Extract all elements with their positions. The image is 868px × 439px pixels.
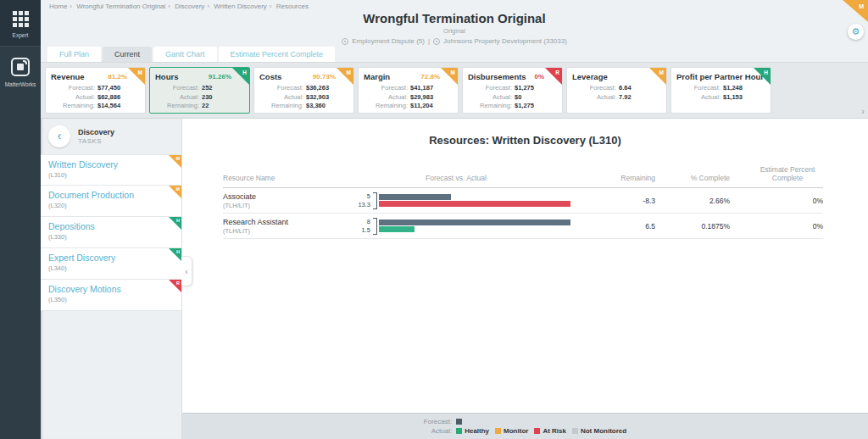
forecast-value: 5	[342, 192, 370, 201]
kpi-metrics: Forecast: $77,450 Actual: $62,886 Remain…	[51, 84, 140, 111]
status-triangle-icon	[441, 68, 458, 85]
collapse-panel-button[interactable]: ‹	[181, 256, 192, 286]
cards-scroll-right-icon[interactable]: ›	[861, 106, 865, 116]
task-item[interactable]: Written Discovery (L310) M	[41, 154, 181, 186]
status-triangle-icon	[232, 68, 249, 85]
tasks-header-text: Discovery TASKS	[78, 128, 114, 145]
task-name: Discovery Motions	[48, 284, 174, 294]
kpi-metric-label: Remaining:	[51, 102, 95, 111]
bars	[379, 218, 570, 234]
task-item[interactable]: Depositions (L330) H	[41, 217, 181, 248]
kpi-metric-value: 252	[202, 84, 244, 93]
kpi-metrics: Forecast: $1,275 Actual: $0 Remaining:	[468, 84, 557, 111]
legend-swatch	[534, 428, 540, 434]
kpi-metric-value: 7.92	[619, 93, 661, 103]
table-row[interactable]: Associate (TLH/LIT) 5 13.3	[223, 188, 823, 214]
kpi-metric-label: Forecast:	[364, 84, 408, 93]
kpi-card[interactable]: Hours 91.26% H Forecast: 252 Actual:	[149, 67, 250, 114]
kpi-metric-label: Forecast:	[155, 84, 199, 93]
kpi-card-percent: 0%	[534, 73, 544, 81]
page-header: Home› Wrongful Termination Original› Dis…	[41, 0, 868, 62]
kpi-metric-row: Actual: 7.92	[572, 93, 661, 103]
forecast-bar	[379, 194, 451, 200]
kpi-metric-value: $0	[515, 93, 557, 103]
apps-grid-icon	[0, 11, 41, 27]
task-item[interactable]: Discovery Motions (L350) R	[41, 280, 181, 311]
col-header-estimate-pct: Estimate Percent Complete	[752, 165, 823, 182]
client-icon	[433, 38, 440, 45]
actual-value: 13.3	[342, 201, 370, 209]
kpi-metric-row: Remaining: $14,564	[51, 102, 140, 111]
plan-tabs: Full Plan Current Gantt Chart Estimate P…	[47, 47, 335, 62]
kpi-card[interactable]: Revenue 81.2% M Forecast: $77,450 Actua	[45, 67, 146, 114]
resource-name-cell: Associate (TLH/LIT)	[223, 192, 342, 209]
breadcrumb-item[interactable]: Home	[49, 3, 67, 10]
tab[interactable]: Estimate Percent Complete	[219, 47, 336, 62]
kpi-metric-row: Actual: $32,903	[259, 93, 348, 103]
task-code: (L330)	[48, 233, 174, 241]
kpi-card[interactable]: Profit per Partner Hour H Forecast: $1,2…	[670, 67, 771, 114]
kpi-metric-value: $77,450	[97, 84, 140, 93]
forecast-legend-label: Forecast:	[424, 418, 452, 425]
forecast-bar	[379, 220, 570, 225]
kpi-card[interactable]: Leverage M Forecast: 6.64 Actual:	[566, 67, 667, 114]
forecast-legend-swatch-row	[456, 419, 626, 425]
task-code: (L340)	[48, 264, 174, 272]
resources-title: Resources: Written Discovery (L310)	[182, 134, 868, 147]
kpi-card-percent: 90.73%	[313, 73, 336, 81]
breadcrumb-item[interactable]: Resources	[276, 3, 309, 10]
rail-item-expert[interactable]: Expert	[0, 0, 41, 46]
legend: Forecast: Actual: Healthy	[424, 418, 626, 435]
page-title: Wrongful Termination Original	[41, 11, 868, 25]
kpi-card[interactable]: Margin 72.8% M Forecast: $41,187 Actual	[358, 67, 459, 114]
rail-item-matterworks[interactable]: MatterWorks	[0, 47, 41, 95]
forecast-vs-actual-cell: 8 1.5	[342, 218, 570, 235]
col-header-remaining: Remaining	[570, 174, 655, 182]
kpi-metric-row: Forecast: $1,248	[676, 84, 765, 93]
table-row[interactable]: Research Assistant (TLH/LIT) 8 1.5	[223, 214, 823, 239]
kpi-metric-label: Actual:	[155, 93, 199, 103]
task-name: Document Production	[48, 190, 174, 200]
breadcrumb-item[interactable]: Written Discovery	[214, 3, 267, 10]
back-button[interactable]: ‹	[48, 125, 70, 147]
kpi-metric-value: $41,187	[410, 84, 453, 93]
kpi-metric-row: Actual: $62,886	[51, 93, 140, 103]
forecast-swatch	[456, 419, 462, 425]
settings-button[interactable]: ⚙	[848, 24, 864, 40]
legend-entry-label: Healthy	[465, 427, 489, 435]
kpi-metric-label: Forecast:	[51, 84, 95, 93]
remaining-cell: 6.5	[570, 222, 655, 231]
forecast-vs-actual-cell: 5 13.3	[342, 192, 570, 209]
chevron-left-icon: ‹	[185, 267, 187, 276]
kpi-metric-value: $1,275	[515, 84, 557, 93]
breadcrumb-separator: ›	[70, 3, 72, 10]
tab[interactable]: Current	[103, 47, 152, 62]
kpi-card[interactable]: Costs 90.73% M Forecast: $36,263 Actual	[253, 67, 354, 114]
kpi-card[interactable]: Disbursements 0% R Forecast: $1,275 Act	[462, 67, 563, 114]
kpi-metric-value: $32,903	[306, 93, 348, 103]
task-item[interactable]: Expert Discovery (L340) H	[41, 248, 181, 280]
resources-table: Resource Name Forecast vs. Actual Remain…	[223, 165, 823, 239]
status-letter: R	[555, 69, 559, 75]
matterworks-logo-icon	[11, 58, 30, 76]
breadcrumb-item[interactable]: Discovery	[175, 3, 204, 10]
col-header-resource-name: Resource Name	[223, 174, 342, 182]
kpi-metric-row: Remaining: $11,204	[364, 102, 453, 111]
kpi-card-title: Profit per Partner Hour	[676, 72, 765, 81]
status-triangle-icon	[545, 68, 562, 85]
breadcrumb-group: Discovery›	[175, 3, 212, 10]
legend-entry: At Risk	[534, 427, 566, 435]
tab[interactable]: Full Plan	[47, 47, 101, 62]
tasks-panel-title: Discovery	[78, 128, 114, 136]
resources-view: Resources: Written Discovery (L310) Reso…	[182, 119, 868, 413]
tab[interactable]: Gantt Chart	[153, 47, 217, 62]
kpi-metric-label: Forecast:	[468, 84, 512, 93]
kpi-metric-value: $14,564	[97, 102, 140, 111]
status-letter: H	[764, 69, 768, 75]
kpi-metric-row: Remaining: 22	[155, 102, 244, 111]
task-item[interactable]: Document Production (L320) M	[41, 186, 181, 217]
kpi-metric-label: Actual:	[676, 93, 721, 103]
kpi-card-percent: 72.8%	[420, 73, 440, 81]
kpi-metric-value: $1,153	[723, 93, 765, 103]
breadcrumb-item[interactable]: Wrongful Termination Original	[76, 3, 165, 10]
